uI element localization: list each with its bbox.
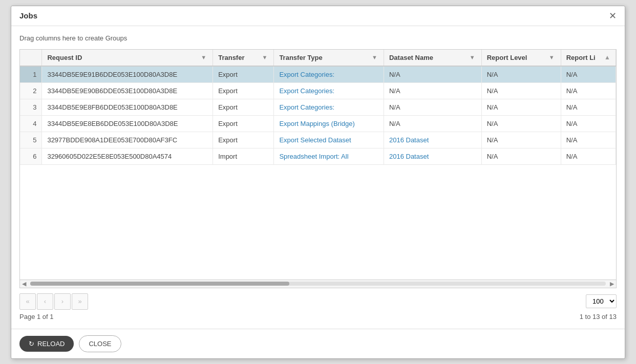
horizontal-scrollbar[interactable]: ◀ ▶ <box>20 280 616 288</box>
close-button[interactable]: CLOSE <box>79 335 121 352</box>
last-page-button[interactable]: » <box>72 293 88 310</box>
table-scroll-area[interactable]: Request ID ▼ Transfer ▼ <box>20 50 616 280</box>
table-row[interactable]: 632960605D022E5E8E053E500D80A4574ImportS… <box>20 148 616 164</box>
col-header-reportlevel: Report Level ▼ <box>481 50 561 66</box>
pagination-buttons: « ‹ › » <box>19 293 88 310</box>
row-transfertype-cell: Export Categories: <box>274 99 384 115</box>
row-reportlevel-cell: N/A <box>481 66 561 83</box>
page-label: Page 1 of 1 <box>19 313 54 320</box>
row-requestid-cell: 32960605D022E5E8E053E500D80A4574 <box>42 148 213 164</box>
filter-transfer-button[interactable]: ▼ <box>261 54 269 60</box>
row-reportl-cell: N/A <box>561 82 616 99</box>
filter-requestid-button[interactable]: ▼ <box>200 54 207 60</box>
dialog-title: Jobs <box>19 11 37 20</box>
table-body: 13344DB5E9E91B6DDE053E100D80A3D8EExportE… <box>20 66 616 165</box>
table-row[interactable]: 532977BDDE908A1DEE053E700D80AF3FCExportE… <box>20 132 616 148</box>
row-transfertype-cell: Export Categories: <box>274 66 384 83</box>
row-num-cell: 3 <box>20 99 42 115</box>
row-reportl-cell: N/A <box>561 99 616 115</box>
row-datasetname-cell: N/A <box>384 66 481 83</box>
row-transfertype-cell: Spreadsheet Import: All <box>274 148 384 164</box>
table-wrapper: Request ID ▼ Transfer ▼ <box>19 49 617 288</box>
reload-button[interactable]: ↻ RELOAD <box>19 336 74 352</box>
row-reportl-cell: N/A <box>561 66 616 83</box>
row-transfer-cell: Export <box>213 82 274 99</box>
col-header-reportl: Report Li ▲ <box>561 50 616 66</box>
next-page-button[interactable]: › <box>54 293 71 310</box>
jobs-table: Request ID ▼ Transfer ▼ <box>20 50 616 165</box>
table-row[interactable]: 13344DB5E9E91B6DDE053E100D80A3D8EExportE… <box>20 66 616 83</box>
row-transfer-cell: Export <box>213 99 274 115</box>
jobs-dialog: Jobs ✕ Drag columns here to create Group… <box>11 6 625 359</box>
row-transfer-cell: Import <box>213 148 274 164</box>
row-datasetname-cell: N/A <box>384 82 481 99</box>
filter-reportlevel-button[interactable]: ▼ <box>548 54 556 60</box>
row-reportlevel-cell: N/A <box>481 82 561 99</box>
row-num-cell: 6 <box>20 148 42 164</box>
filter-transfertype-button[interactable]: ▼ <box>371 54 378 60</box>
page-size-select: 100 25 50 200 <box>586 294 617 308</box>
row-datasetname-cell: 2016 Dataset <box>384 132 481 148</box>
row-requestid-cell: 3344DB5E9E8FB6DDE053E100D80A3D8E <box>42 99 213 115</box>
range-label: 1 to 13 of 13 <box>580 313 617 320</box>
row-requestid-cell: 3344DB5E9E90B6DDE053E100D80A3D8E <box>42 82 213 99</box>
col-header-transfertype: Transfer Type ▼ <box>274 50 384 66</box>
row-reportlevel-cell: N/A <box>481 132 561 148</box>
row-transfertype-cell: Export Mappings (Bridge) <box>274 115 384 132</box>
row-reportlevel-cell: N/A <box>481 115 561 132</box>
row-reportlevel-cell: N/A <box>481 148 561 164</box>
table-row[interactable]: 33344DB5E9E8FB6DDE053E100D80A3D8EExportE… <box>20 99 616 115</box>
table-container: Request ID ▼ Transfer ▼ <box>19 49 617 288</box>
row-transfer-cell: Export <box>213 132 274 148</box>
row-transfertype-cell: Export Categories: <box>274 82 384 99</box>
col-header-num <box>20 50 42 66</box>
row-datasetname-cell: N/A <box>384 99 481 115</box>
dialog-header: Jobs ✕ <box>11 6 625 26</box>
row-requestid-cell: 3344DB5E9E91B6DDE053E100D80A3D8E <box>42 66 213 83</box>
row-reportl-cell: N/A <box>561 148 616 164</box>
row-num-cell: 5 <box>20 132 42 148</box>
row-reportl-cell: N/A <box>561 132 616 148</box>
row-reportlevel-cell: N/A <box>481 99 561 115</box>
row-transfer-cell: Export <box>213 115 274 132</box>
dialog-body: Drag columns here to create Groups <box>11 26 625 329</box>
col-header-requestid: Request ID ▼ <box>42 50 213 66</box>
page-info-row: Page 1 of 1 1 to 13 of 13 <box>19 312 617 325</box>
table-header-row: Request ID ▼ Transfer ▼ <box>20 50 616 66</box>
row-requestid-cell: 3344DB5E9E8EB6DDE053E100D80A3D8E <box>42 115 213 132</box>
row-num-cell: 1 <box>20 66 42 83</box>
row-reportl-cell: N/A <box>561 115 616 132</box>
pagination-row: « ‹ › » 100 25 50 200 <box>19 288 617 312</box>
row-transfer-cell: Export <box>213 66 274 83</box>
reload-label: RELOAD <box>37 340 65 348</box>
table-row[interactable]: 43344DB5E9E8EB6DDE053E100D80A3D8EExportE… <box>20 115 616 132</box>
row-transfertype-cell: Export Selected Dataset <box>274 132 384 148</box>
row-datasetname-cell: N/A <box>384 115 481 132</box>
reload-icon: ↻ <box>29 340 34 348</box>
first-page-button[interactable]: « <box>19 293 36 310</box>
scrollbar-track <box>30 282 606 286</box>
scroll-left-arrow[interactable]: ◀ <box>20 281 28 287</box>
scroll-right-arrow[interactable]: ▶ <box>608 281 616 287</box>
scrollbar-thumb <box>30 282 289 286</box>
row-requestid-cell: 32977BDDE908A1DEE053E700D80AF3FC <box>42 132 213 148</box>
dialog-footer: ↻ RELOAD CLOSE <box>11 329 625 358</box>
row-datasetname-cell: 2016 Dataset <box>384 148 481 164</box>
filter-datasetname-button[interactable]: ▼ <box>469 54 476 60</box>
prev-page-button[interactable]: ‹ <box>37 293 53 310</box>
col-header-datasetname: Dataset Name ▼ <box>384 50 481 66</box>
table-row[interactable]: 23344DB5E9E90B6DDE053E100D80A3D8EExportE… <box>20 82 616 99</box>
page-size-dropdown[interactable]: 100 25 50 200 <box>586 294 617 308</box>
close-x-button[interactable]: ✕ <box>609 11 617 20</box>
col-header-transfer: Transfer ▼ <box>213 50 274 66</box>
row-num-cell: 4 <box>20 115 42 132</box>
drag-hint: Drag columns here to create Groups <box>19 32 617 44</box>
row-num-cell: 2 <box>20 82 42 99</box>
